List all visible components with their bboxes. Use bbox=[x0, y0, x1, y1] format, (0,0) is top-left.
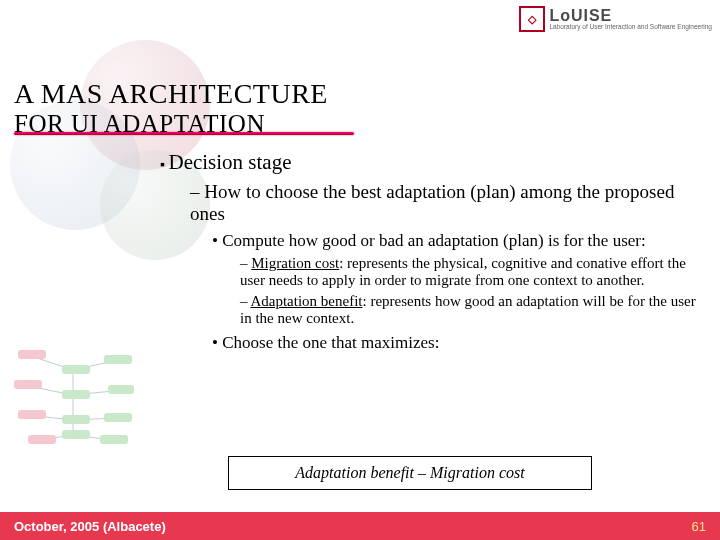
title-line-1: A MAS ARCHITECTURE bbox=[14, 78, 354, 110]
formula-box: Adaptation benefit – Migration cost bbox=[228, 456, 592, 490]
content-body: Decision stage How to choose the best ad… bbox=[160, 150, 708, 353]
svg-rect-9 bbox=[18, 350, 46, 359]
title-block: A MAS ARCHITECTURE FOR UI ADAPTATION bbox=[14, 78, 354, 138]
formula-text: Adaptation benefit – Migration cost bbox=[295, 464, 524, 482]
slide: ◇ LoUISE Laboratory of User Interaction … bbox=[0, 0, 720, 540]
svg-rect-20 bbox=[100, 435, 128, 444]
logo-tagline: Laboratory of User Interaction and Softw… bbox=[549, 24, 712, 31]
diagram-thumbnail bbox=[8, 340, 138, 450]
svg-rect-11 bbox=[104, 355, 132, 364]
title-underline bbox=[14, 132, 354, 135]
footer-bar: October, 2005 (Albacete) 61 bbox=[0, 512, 720, 540]
lvl3b-text: Choose the one that maximizes: bbox=[222, 333, 439, 352]
logo: ◇ LoUISE Laboratory of User Interaction … bbox=[519, 6, 712, 32]
svg-rect-19 bbox=[62, 430, 90, 439]
svg-rect-15 bbox=[18, 410, 46, 419]
svg-rect-12 bbox=[14, 380, 42, 389]
lvl1-text: Decision stage bbox=[168, 150, 291, 174]
svg-rect-14 bbox=[108, 385, 134, 394]
bullet-lvl2: How to choose the best adaptation (plan)… bbox=[190, 181, 708, 225]
lvl4a-label: Migration cost bbox=[251, 255, 339, 271]
svg-rect-16 bbox=[62, 415, 90, 424]
svg-rect-10 bbox=[62, 365, 90, 374]
bullet-lvl4: Migration cost: represents the physical,… bbox=[240, 255, 708, 289]
svg-rect-17 bbox=[104, 413, 132, 422]
logo-mark-icon: ◇ bbox=[519, 6, 545, 32]
lvl3a-text: Compute how good or bad an adaptation (p… bbox=[222, 231, 645, 250]
lvl2-text: How to choose the best adaptation (plan)… bbox=[190, 181, 674, 224]
bullet-lvl3: Choose the one that maximizes: bbox=[212, 333, 708, 353]
bullet-lvl1: Decision stage bbox=[160, 150, 708, 175]
lvl4b-label: Adaptation benefit bbox=[250, 293, 362, 309]
footer-left: October, 2005 (Albacete) bbox=[14, 519, 166, 534]
svg-rect-18 bbox=[28, 435, 56, 444]
logo-name: LoUISE bbox=[549, 8, 712, 24]
logo-text: LoUISE Laboratory of User Interaction an… bbox=[549, 8, 712, 31]
bullet-lvl4: Adaptation benefit: represents how good … bbox=[240, 293, 708, 327]
svg-rect-13 bbox=[62, 390, 90, 399]
page-number: 61 bbox=[692, 519, 706, 534]
bullet-lvl3: Compute how good or bad an adaptation (p… bbox=[212, 231, 708, 251]
